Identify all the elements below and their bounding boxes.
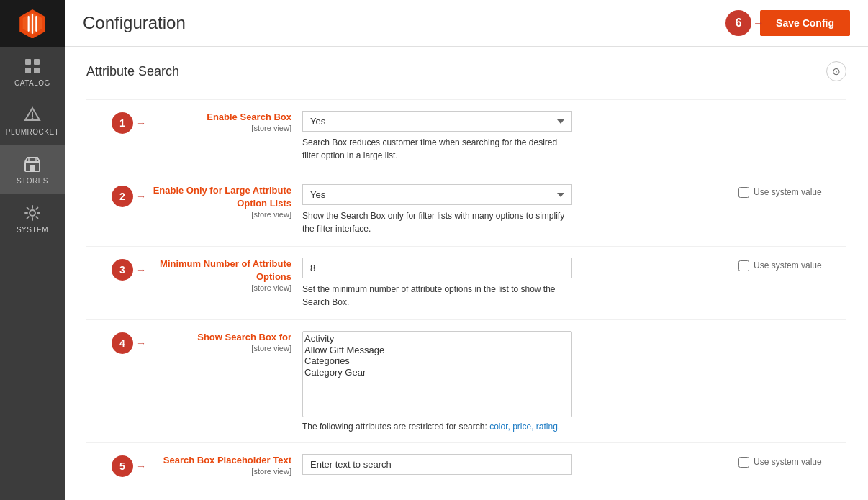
save-config-button[interactable]: Save Config: [760, 10, 850, 36]
row-store-view-4: [store view]: [144, 344, 291, 353]
stores-icon: [22, 154, 42, 174]
row-store-view-2: [store view]: [144, 210, 291, 219]
config-row-1: 1 Enable Search Box [store view] Yes No …: [86, 99, 846, 173]
system-icon: [22, 203, 42, 223]
row-badge-4: 4: [112, 332, 133, 354]
svg-rect-3: [34, 68, 40, 73]
system-value-checkbox-2[interactable]: [738, 187, 749, 198]
svg-rect-8: [30, 165, 35, 171]
row-store-view-3: [store view]: [144, 283, 291, 292]
row-label-area-5: Search Box Placeholder Text [store view]: [144, 454, 302, 476]
row-control-area-2: Yes No Show the Search Box only for filt…: [302, 184, 731, 235]
svg-point-6: [32, 117, 33, 119]
row-number-2: 2: [86, 184, 144, 207]
search-box-placeholder-input[interactable]: [302, 454, 572, 475]
content-area: Attribute Search ⊙ 1 Enable Search Box […: [65, 47, 868, 500]
plumrocket-icon: [22, 105, 42, 125]
svg-rect-2: [25, 68, 31, 73]
sidebar-item-label-plumrocket: PLUMROCKET: [6, 128, 59, 136]
row-restricted-text-4: The following attributes are restricted …: [302, 422, 572, 432]
magento-logo-icon: [18, 9, 47, 38]
svg-rect-1: [34, 59, 40, 65]
row-store-view-1: [store view]: [144, 124, 291, 132]
config-row-5: 5 Search Box Placeholder Text [store vie…: [86, 442, 846, 488]
svg-rect-0: [25, 59, 31, 65]
config-row-3: 3 Minimum Number of Attribute Options [s…: [86, 246, 846, 319]
row-label-area-1: Enable Search Box [store view]: [144, 111, 302, 132]
row-label-5: Search Box Placeholder Text: [144, 454, 291, 467]
config-row-4: 4 Show Search Box for [store view] Activ…: [86, 319, 846, 442]
restricted-values: color, price, rating.: [489, 422, 560, 432]
row-system-value-3: Use system value: [731, 258, 846, 271]
row-number-4: 4: [86, 331, 144, 354]
system-value-label-2: Use system value: [754, 187, 822, 197]
sidebar: CATALOG PLUMROCKET STORES: [0, 0, 65, 500]
sidebar-item-label-system: SYSTEM: [17, 226, 48, 234]
listbox-option-category-gear[interactable]: Category Gear: [304, 367, 570, 378]
row-label-area-2: Enable Only for Large Attribute Option L…: [144, 184, 302, 219]
row-badge-2: 2: [112, 186, 133, 207]
system-value-label-3: Use system value: [754, 260, 822, 271]
system-value-checkbox-5[interactable]: [738, 457, 749, 468]
system-value-checkbox-3[interactable]: [738, 260, 749, 271]
sidebar-item-label-stores: STORES: [17, 177, 48, 185]
row-system-value-5: Use system value: [731, 454, 846, 468]
row-number-3: 3: [86, 258, 144, 281]
row-control-area-1: Yes No Search Box reduces customer time …: [302, 111, 731, 162]
sidebar-item-system[interactable]: SYSTEM: [0, 194, 65, 242]
catalog-icon: [22, 56, 42, 76]
row-label-area-4: Show Search Box for [store view]: [144, 331, 302, 353]
config-row-2: 2 Enable Only for Large Attribute Option…: [86, 173, 846, 246]
row-number-5: 5: [86, 454, 144, 477]
sidebar-item-plumrocket[interactable]: PLUMROCKET: [0, 96, 65, 145]
min-attribute-options-input[interactable]: [302, 258, 572, 278]
enable-search-box-select[interactable]: Yes No: [302, 111, 572, 132]
section-title: Attribute Search: [86, 64, 179, 79]
page-header: Configuration 6 Save Config: [65, 0, 868, 47]
config-table: 1 Enable Search Box [store view] Yes No …: [86, 99, 846, 488]
show-search-box-listbox-wrapper: Activity Allow Gift Message Categories C…: [302, 331, 572, 417]
listbox-option-categories[interactable]: Categories: [304, 355, 570, 367]
row-label-area-3: Minimum Number of Attribute Options [sto…: [144, 258, 302, 292]
listbox-option-activity[interactable]: Activity: [304, 333, 570, 345]
header-actions: 6 Save Config: [725, 10, 850, 36]
row-number-1: 1: [86, 111, 144, 134]
row-label-2: Enable Only for Large Attribute Option L…: [144, 184, 291, 210]
sidebar-item-label-catalog: CATALOG: [14, 79, 50, 87]
row-description-3: Set the minimum number of attribute opti…: [302, 283, 572, 309]
sidebar-item-stores[interactable]: STORES: [0, 145, 65, 194]
row-badge-1: 1: [112, 112, 133, 134]
restricted-prefix: The following attributes are restricted …: [302, 422, 489, 432]
row-control-area-5: [302, 454, 731, 475]
row-label-3: Minimum Number of Attribute Options: [144, 258, 291, 283]
row-badge-5: 5: [112, 455, 133, 477]
sidebar-logo: [0, 0, 65, 47]
row-label-1: Enable Search Box: [144, 111, 291, 124]
svg-point-11: [30, 210, 35, 216]
sidebar-item-catalog[interactable]: CATALOG: [0, 47, 65, 96]
row-description-2: Show the Search Box only for filter list…: [302, 209, 572, 235]
listbox-option-allow-gift[interactable]: Allow Gift Message: [304, 345, 570, 356]
row-control-area-4: Activity Allow Gift Message Categories C…: [302, 331, 731, 432]
row-label-4: Show Search Box for: [144, 331, 291, 344]
section-header: Attribute Search ⊙: [86, 61, 846, 81]
enable-large-attribute-select[interactable]: Yes No: [302, 184, 572, 205]
collapse-button[interactable]: ⊙: [826, 61, 846, 81]
row-store-view-5: [store view]: [144, 467, 291, 476]
row-system-value-2: Use system value: [731, 184, 846, 198]
row-description-1: Search Box reduces customer time when se…: [302, 136, 572, 162]
page-title: Configuration: [83, 13, 186, 33]
step-badge-6: 6: [725, 10, 751, 36]
main-content: Configuration 6 Save Config Attribute Se…: [65, 0, 868, 500]
system-value-label-5: Use system value: [754, 457, 822, 467]
row-control-area-3: Set the minimum number of attribute opti…: [302, 258, 731, 309]
row-badge-3: 3: [112, 259, 133, 281]
show-search-box-listbox[interactable]: Activity Allow Gift Message Categories C…: [302, 331, 572, 417]
